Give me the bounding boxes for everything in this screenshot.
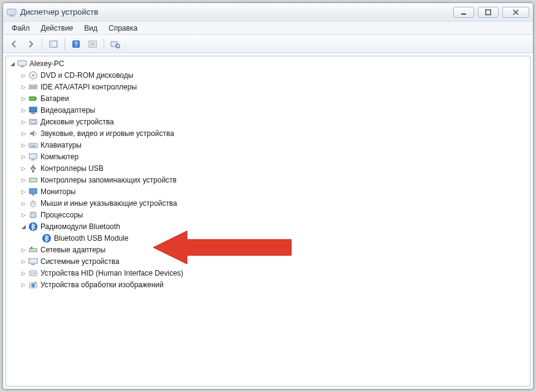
svg-rect-58 xyxy=(31,247,33,249)
expand-icon[interactable]: ▷ xyxy=(20,165,27,172)
tree-item-hid[interactable]: ▷ Устройства HID (Human Interface Device… xyxy=(6,267,530,279)
tree-item-display[interactable]: ▷ Видеоадаптеры xyxy=(6,104,530,116)
collapse-icon[interactable]: ◢ xyxy=(9,60,16,67)
expand-icon[interactable]: ▷ xyxy=(20,95,27,102)
toolbar-separator xyxy=(42,38,42,50)
window-title: Диспетчер устройств xyxy=(20,7,98,17)
svg-rect-4 xyxy=(486,10,491,15)
expand-icon[interactable]: ▷ xyxy=(20,188,27,195)
back-button[interactable] xyxy=(7,37,21,51)
tree-item-cpu[interactable]: ▷ Процессоры xyxy=(6,209,530,221)
help-button[interactable]: ? xyxy=(69,37,83,51)
tree-label: Мыши и иные указывающие устройства xyxy=(40,199,177,208)
tree-item-sound[interactable]: ▷ Звуковые, видео и игровые устройства xyxy=(6,127,530,139)
battery-icon xyxy=(28,94,38,104)
svg-rect-37 xyxy=(31,159,35,160)
tree-item-ide[interactable]: ▷ IDE ATA/ATAPI контроллеры xyxy=(6,81,530,92)
tree-label: Системные устройства xyxy=(40,257,120,266)
hid-icon xyxy=(28,268,38,278)
expand-icon[interactable]: ▷ xyxy=(20,200,27,207)
scan-hardware-button[interactable] xyxy=(108,37,123,51)
svg-rect-26 xyxy=(29,107,37,112)
svg-point-66 xyxy=(32,284,35,287)
svg-point-62 xyxy=(31,273,32,274)
mouse-icon xyxy=(28,198,38,208)
expand-icon[interactable]: ▷ xyxy=(20,211,27,219)
monitor-icon xyxy=(28,187,38,197)
expand-icon[interactable]: ▷ xyxy=(20,72,27,79)
tree-item-battery[interactable]: ▷ Батареи xyxy=(6,92,530,104)
toolbar-separator xyxy=(104,38,104,50)
tree-root[interactable]: ◢ Alexey-PC xyxy=(6,58,530,69)
expand-icon[interactable]: ▷ xyxy=(20,270,27,277)
tree-label: Видеоадаптеры xyxy=(40,106,95,115)
expand-icon[interactable]: ▷ xyxy=(20,130,27,137)
tree-label: Батареи xyxy=(40,94,69,103)
tree-item-usb[interactable]: ▷ Контроллеры USB xyxy=(6,162,530,174)
tree-item-disk[interactable]: ▷ Дисковые устройства xyxy=(6,116,530,127)
expand-icon[interactable]: ▷ xyxy=(20,118,27,126)
tree-item-dvd[interactable]: ▷ DVD и CD-ROM дисководы xyxy=(6,69,530,81)
svg-rect-40 xyxy=(34,168,36,170)
svg-rect-60 xyxy=(31,264,35,265)
usb-icon xyxy=(28,164,38,173)
expand-icon[interactable]: ▷ xyxy=(20,258,27,265)
expand-icon[interactable]: ▷ xyxy=(20,107,27,114)
svg-rect-35 xyxy=(31,146,36,147)
toolbar-separator xyxy=(64,38,65,50)
expand-icon[interactable]: ▷ xyxy=(20,281,27,288)
computer-icon xyxy=(17,59,27,69)
svg-text:?: ? xyxy=(74,41,78,48)
tree-item-bluetooth[interactable]: ◢ Радиомодули Bluetooth xyxy=(6,221,530,232)
minimize-button[interactable] xyxy=(453,7,474,18)
expand-icon[interactable]: ▷ xyxy=(20,246,27,254)
svg-point-38 xyxy=(33,170,34,172)
menu-view[interactable]: Вид xyxy=(79,23,102,34)
svg-rect-67 xyxy=(34,282,36,283)
content-area: ◢ Alexey-PC ▷ DVD и CD-ROM дисководы ▷ I… xyxy=(3,53,533,389)
svg-rect-34 xyxy=(35,145,36,146)
tree-item-monitor[interactable]: ▷ Мониторы xyxy=(6,186,530,197)
network-adapter-icon xyxy=(28,245,38,255)
maximize-button[interactable] xyxy=(478,7,499,18)
system-device-icon xyxy=(28,257,38,266)
tree-item-imaging[interactable]: ▷ Устройства обработки изображений xyxy=(6,279,530,290)
svg-line-15 xyxy=(119,47,120,48)
computer-icon xyxy=(28,152,38,162)
device-tree[interactable]: ◢ Alexey-PC ▷ DVD и CD-ROM дисководы ▷ I… xyxy=(6,56,530,386)
toolbar: ? xyxy=(3,35,533,53)
tree-item-computer[interactable]: ▷ Компьютер xyxy=(6,151,530,162)
tree-item-storage[interactable]: ▷ Контроллеры запоминающих устройств xyxy=(6,174,530,186)
tree-item-keyboard[interactable]: ▷ Клавиатуры xyxy=(6,139,530,151)
tree-label: IDE ATA/ATAPI контроллеры xyxy=(40,83,137,91)
titlebar: Диспетчер устройств xyxy=(3,3,533,21)
close-button[interactable] xyxy=(502,7,529,18)
bluetooth-device-icon xyxy=(42,233,52,243)
expand-icon[interactable]: ▷ xyxy=(20,141,27,149)
svg-point-63 xyxy=(33,273,34,274)
forward-button[interactable] xyxy=(23,37,38,51)
show-hide-console-button[interactable] xyxy=(46,37,61,51)
dvd-drive-icon xyxy=(28,70,38,80)
menu-action[interactable]: Действие xyxy=(36,23,78,34)
collapse-icon[interactable]: ◢ xyxy=(20,223,27,230)
properties-button[interactable] xyxy=(85,37,100,51)
tree-item-mouse[interactable]: ▷ Мыши и иные указывающие устройства xyxy=(6,197,530,209)
menu-file[interactable]: Файл xyxy=(7,23,35,34)
svg-rect-46 xyxy=(31,213,36,217)
expand-icon[interactable]: ▷ xyxy=(20,176,27,184)
expand-spacer xyxy=(33,235,40,242)
menubar: Файл Действие Вид Справка xyxy=(3,21,533,35)
tree-label: Контроллеры USB xyxy=(40,164,104,173)
tree-item-system[interactable]: ▷ Системные устройства xyxy=(6,255,530,267)
expand-icon[interactable]: ▷ xyxy=(20,83,27,91)
storage-controller-icon xyxy=(28,175,38,185)
svg-rect-1 xyxy=(9,15,14,17)
tree-item-bluetooth-module[interactable]: Bluetooth USB Module xyxy=(6,232,530,244)
svg-point-39 xyxy=(31,168,32,170)
expand-icon[interactable]: ▷ xyxy=(20,153,27,160)
svg-rect-3 xyxy=(461,13,466,15)
svg-rect-27 xyxy=(31,113,35,114)
tree-item-network[interactable]: ▷ Сетевые адаптеры xyxy=(6,244,530,255)
menu-help[interactable]: Справка xyxy=(104,23,142,34)
